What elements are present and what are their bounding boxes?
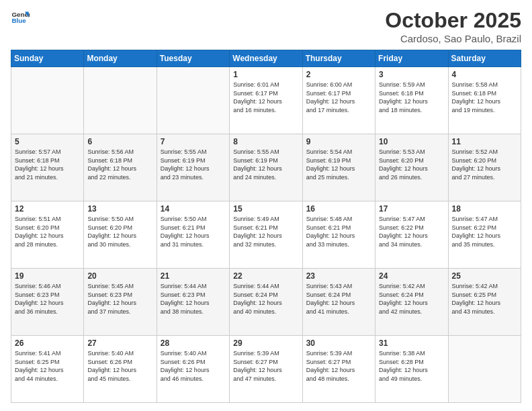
day-number: 27: [87, 338, 152, 348]
cell-info: Sunrise: 5:44 AM Sunset: 6:24 PM Dayligh…: [233, 282, 298, 316]
day-number: 1: [233, 70, 298, 79]
cell-info: Sunrise: 5:39 AM Sunset: 6:27 PM Dayligh…: [306, 349, 371, 383]
table-row: 14Sunrise: 5:50 AM Sunset: 6:21 PM Dayli…: [157, 201, 229, 269]
cell-info: Sunrise: 5:41 AM Sunset: 6:25 PM Dayligh…: [15, 349, 80, 383]
table-row: 8Sunrise: 5:55 AM Sunset: 6:19 PM Daylig…: [230, 134, 302, 201]
table-row: 27Sunrise: 5:40 AM Sunset: 6:26 PM Dayli…: [84, 336, 157, 403]
day-number: 9: [306, 137, 371, 146]
cell-info: Sunrise: 6:00 AM Sunset: 6:17 PM Dayligh…: [306, 81, 371, 114]
cell-info: Sunrise: 5:44 AM Sunset: 6:23 PM Dayligh…: [161, 282, 226, 316]
header-saturday: Saturday: [448, 50, 521, 67]
location: Cardoso, Sao Paulo, Brazil: [385, 33, 521, 44]
table-row: 15Sunrise: 5:49 AM Sunset: 6:21 PM Dayli…: [230, 201, 302, 269]
table-row: 24Sunrise: 5:42 AM Sunset: 6:24 PM Dayli…: [375, 269, 448, 336]
page: General Blue October 2025 Cardoso, Sao P…: [0, 0, 532, 411]
header-friday: Friday: [375, 50, 448, 67]
table-row: 9Sunrise: 5:54 AM Sunset: 6:19 PM Daylig…: [302, 134, 375, 201]
table-row: 30Sunrise: 5:39 AM Sunset: 6:27 PM Dayli…: [302, 336, 375, 403]
cell-info: Sunrise: 5:47 AM Sunset: 6:22 PM Dayligh…: [452, 215, 517, 248]
table-row: 7Sunrise: 5:55 AM Sunset: 6:19 PM Daylig…: [157, 134, 229, 201]
day-number: 21: [161, 271, 226, 281]
table-row: 13Sunrise: 5:50 AM Sunset: 6:20 PM Dayli…: [84, 201, 157, 269]
day-number: 20: [87, 271, 152, 281]
table-row: 20Sunrise: 5:45 AM Sunset: 6:23 PM Dayli…: [84, 269, 157, 336]
day-number: 2: [306, 70, 371, 79]
day-number: 19: [15, 271, 80, 281]
week-row-3: 12Sunrise: 5:51 AM Sunset: 6:20 PM Dayli…: [11, 201, 521, 269]
day-number: 26: [15, 338, 80, 348]
svg-text:Blue: Blue: [11, 17, 26, 24]
table-row: 23Sunrise: 5:43 AM Sunset: 6:24 PM Dayli…: [302, 269, 375, 336]
cell-info: Sunrise: 6:01 AM Sunset: 6:17 PM Dayligh…: [233, 81, 298, 114]
cell-info: Sunrise: 5:48 AM Sunset: 6:21 PM Dayligh…: [306, 215, 371, 248]
table-row: 18Sunrise: 5:47 AM Sunset: 6:22 PM Dayli…: [448, 201, 521, 269]
day-number: 10: [379, 137, 444, 146]
day-number: 30: [306, 338, 371, 348]
cell-info: Sunrise: 5:59 AM Sunset: 6:18 PM Dayligh…: [379, 81, 444, 114]
table-row: [448, 336, 521, 403]
day-number: 18: [452, 204, 517, 214]
title-block: October 2025 Cardoso, Sao Paulo, Brazil: [385, 8, 521, 44]
week-row-5: 26Sunrise: 5:41 AM Sunset: 6:25 PM Dayli…: [11, 336, 521, 403]
day-number: 3: [379, 70, 444, 79]
table-row: [11, 67, 84, 134]
table-row: 31Sunrise: 5:38 AM Sunset: 6:28 PM Dayli…: [375, 336, 448, 403]
calendar: Sunday Monday Tuesday Wednesday Thursday…: [11, 50, 521, 403]
day-number: 4: [452, 70, 517, 79]
day-number: 31: [379, 338, 444, 348]
table-row: 26Sunrise: 5:41 AM Sunset: 6:25 PM Dayli…: [11, 336, 84, 403]
day-number: 12: [15, 204, 80, 214]
cell-info: Sunrise: 5:56 AM Sunset: 6:18 PM Dayligh…: [87, 148, 152, 181]
table-row: 3Sunrise: 5:59 AM Sunset: 6:18 PM Daylig…: [375, 67, 448, 134]
month-title: October 2025: [385, 8, 521, 33]
table-row: [84, 67, 157, 134]
day-number: 15: [233, 204, 298, 214]
day-number: 29: [233, 338, 298, 348]
cell-info: Sunrise: 5:57 AM Sunset: 6:18 PM Dayligh…: [15, 148, 80, 181]
cell-info: Sunrise: 5:46 AM Sunset: 6:23 PM Dayligh…: [15, 282, 80, 316]
cell-info: Sunrise: 5:42 AM Sunset: 6:25 PM Dayligh…: [452, 282, 517, 316]
header: General Blue October 2025 Cardoso, Sao P…: [11, 8, 521, 44]
cell-info: Sunrise: 5:52 AM Sunset: 6:20 PM Dayligh…: [452, 148, 517, 181]
cell-info: Sunrise: 5:51 AM Sunset: 6:20 PM Dayligh…: [15, 215, 80, 248]
day-number: 6: [87, 137, 152, 146]
day-number: 17: [379, 204, 444, 214]
week-row-4: 19Sunrise: 5:46 AM Sunset: 6:23 PM Dayli…: [11, 269, 521, 336]
table-row: 29Sunrise: 5:39 AM Sunset: 6:27 PM Dayli…: [230, 336, 302, 403]
header-wednesday: Wednesday: [230, 50, 302, 67]
table-row: 25Sunrise: 5:42 AM Sunset: 6:25 PM Dayli…: [448, 269, 521, 336]
day-number: 8: [233, 137, 298, 146]
table-row: 22Sunrise: 5:44 AM Sunset: 6:24 PM Dayli…: [230, 269, 302, 336]
table-row: 1Sunrise: 6:01 AM Sunset: 6:17 PM Daylig…: [230, 67, 302, 134]
day-number: 24: [379, 271, 444, 281]
day-number: 16: [306, 204, 371, 214]
table-row: 6Sunrise: 5:56 AM Sunset: 6:18 PM Daylig…: [84, 134, 157, 201]
cell-info: Sunrise: 5:47 AM Sunset: 6:22 PM Dayligh…: [379, 215, 444, 248]
day-number: 5: [15, 137, 80, 146]
table-row: 12Sunrise: 5:51 AM Sunset: 6:20 PM Dayli…: [11, 201, 84, 269]
table-row: 28Sunrise: 5:40 AM Sunset: 6:26 PM Dayli…: [157, 336, 229, 403]
day-number: 22: [233, 271, 298, 281]
cell-info: Sunrise: 5:55 AM Sunset: 6:19 PM Dayligh…: [233, 148, 298, 181]
header-sunday: Sunday: [11, 50, 84, 67]
day-number: 14: [161, 204, 226, 214]
cell-info: Sunrise: 5:38 AM Sunset: 6:28 PM Dayligh…: [379, 349, 444, 383]
cell-info: Sunrise: 5:43 AM Sunset: 6:24 PM Dayligh…: [306, 282, 371, 316]
weekday-header-row: Sunday Monday Tuesday Wednesday Thursday…: [11, 50, 521, 67]
cell-info: Sunrise: 5:42 AM Sunset: 6:24 PM Dayligh…: [379, 282, 444, 316]
cell-info: Sunrise: 5:50 AM Sunset: 6:20 PM Dayligh…: [87, 215, 152, 248]
table-row: 11Sunrise: 5:52 AM Sunset: 6:20 PM Dayli…: [448, 134, 521, 201]
header-monday: Monday: [84, 50, 157, 67]
logo-icon: General Blue: [11, 8, 30, 27]
cell-info: Sunrise: 5:40 AM Sunset: 6:26 PM Dayligh…: [87, 349, 152, 383]
table-row: [157, 67, 229, 134]
cell-info: Sunrise: 5:55 AM Sunset: 6:19 PM Dayligh…: [161, 148, 226, 181]
table-row: 17Sunrise: 5:47 AM Sunset: 6:22 PM Dayli…: [375, 201, 448, 269]
day-number: 11: [452, 137, 517, 146]
day-number: 7: [161, 137, 226, 146]
day-number: 28: [161, 338, 226, 348]
week-row-2: 5Sunrise: 5:57 AM Sunset: 6:18 PM Daylig…: [11, 134, 521, 201]
day-number: 13: [87, 204, 152, 214]
day-number: 25: [452, 271, 517, 281]
table-row: 16Sunrise: 5:48 AM Sunset: 6:21 PM Dayli…: [302, 201, 375, 269]
